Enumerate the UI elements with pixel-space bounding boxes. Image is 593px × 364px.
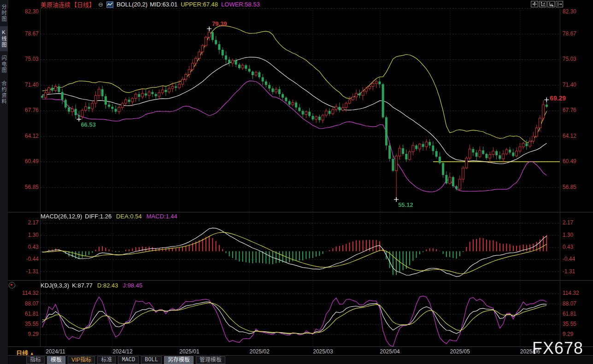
kdj-j-value: J:98.45 xyxy=(123,282,143,289)
sidebar-item-kline[interactable]: K线图 xyxy=(0,26,8,51)
sidebar-item-contract-info[interactable]: 合约资料 xyxy=(0,77,8,108)
x-axis-adjust-icon[interactable] xyxy=(547,1,555,7)
kdj-title: KDJ(9,3,3) xyxy=(41,282,69,289)
move-crosshair-icon[interactable] xyxy=(531,1,538,7)
toolbar-item-templates[interactable]: 模板 xyxy=(47,356,65,364)
macd-value: MACD:1.44 xyxy=(147,213,177,220)
bottom-toolbar: 指标 模板 VIP指标 标准 MACD BOLL 另存模板 管理模板 xyxy=(8,355,593,364)
boll-upper-value: UPPER:67.48 xyxy=(181,1,218,8)
indicator-chart-icon xyxy=(106,1,113,8)
collapse-circle-icon[interactable]: ⊖ xyxy=(98,1,103,7)
macd-header: MACD(26,12,9) DIFF:1.26 DEA:0.54 MACD:1.… xyxy=(41,212,177,220)
x-axis-label: 2024/11 xyxy=(46,348,65,355)
macd-diff-value: DIFF:1.26 xyxy=(85,213,112,220)
macd-title: MACD(26,12,9) xyxy=(41,213,82,220)
macd-dea-value: DEA:0.54 xyxy=(116,213,142,220)
left-sidebar: 分时图 K线图 闪电图 合约资料 xyxy=(0,0,8,364)
indicator-settings-icon[interactable] xyxy=(9,282,15,288)
toolbar-item-macd[interactable]: MACD xyxy=(118,356,139,364)
x-axis: 日线 ▲ 2024/112024/122025/012025/022025/03… xyxy=(8,346,593,356)
kdj-k-value: K:87.77 xyxy=(72,282,93,289)
y-axis-adjust-icon[interactable] xyxy=(539,1,546,7)
app-window: 分时图 K线图 闪电图 合约资料 美原油连续 【日线】 ⊖ BOLL(20,2)… xyxy=(0,0,593,364)
x-axis-label: 2025/01 xyxy=(179,348,199,355)
toolbar-item-save-template[interactable]: 另存模板 xyxy=(164,356,194,364)
symbol-title: 美原油连续 xyxy=(41,0,70,9)
sidebar-item-flash-chart[interactable]: 闪电图 xyxy=(0,52,8,76)
price-chart-canvas[interactable] xyxy=(8,8,593,346)
x-axis-label: 2025/03 xyxy=(313,348,333,355)
boll-params-label: BOLL(20,2) xyxy=(117,1,147,8)
x-axis-label: 2025/02 xyxy=(250,348,270,355)
kdj-d-value: D:82.43 xyxy=(97,282,118,289)
sidebar-item-timeshare[interactable]: 分时图 xyxy=(0,1,8,25)
x-axis-label: 2025/04 xyxy=(380,348,399,355)
toolbar-item-standard[interactable]: 标准 xyxy=(97,356,116,364)
fx678-watermark: FX678 xyxy=(532,339,583,358)
x-axis-label: 2025/05 xyxy=(450,348,470,355)
toolbar-item-vip-indicators[interactable]: VIP指标 xyxy=(68,356,95,364)
boll-mid-value: MID:63.01 xyxy=(150,1,177,8)
chart-tools-group xyxy=(531,1,563,7)
chart-header: 美原油连续 【日线】 ⊖ BOLL(20,2) MID:63.01 UPPER:… xyxy=(41,0,260,8)
x-axis-label: 2024/12 xyxy=(112,348,132,355)
kdj-header: KDJ(9,3,3) K:87.77 D:82.43 J:98.45 xyxy=(41,282,142,289)
toolbar-item-indicators[interactable]: 指标 xyxy=(26,356,45,364)
period-tag: 【日线】 xyxy=(71,0,95,9)
toolbar-item-manage-templates[interactable]: 管理模板 xyxy=(196,356,225,364)
toolbar-item-boll[interactable]: BOLL xyxy=(141,356,162,364)
boll-lower-value: LOWER:58.53 xyxy=(221,1,260,8)
pan-right-icon[interactable] xyxy=(556,1,563,7)
